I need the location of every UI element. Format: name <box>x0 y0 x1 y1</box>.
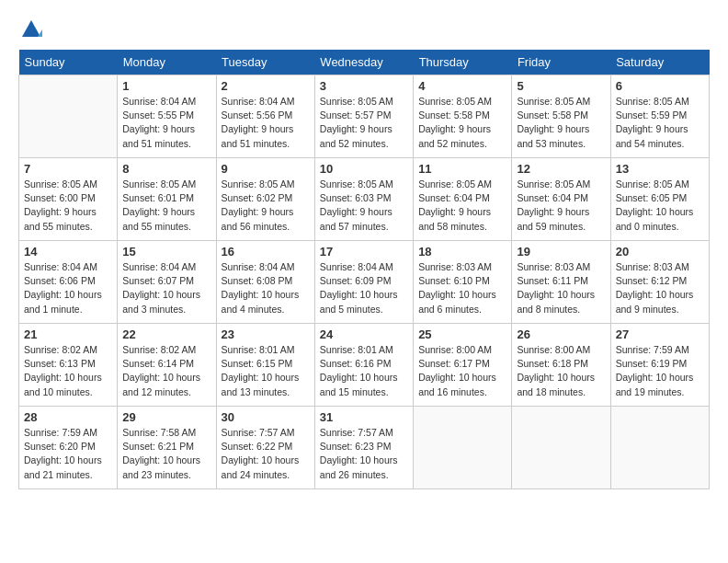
calendar-cell: 9Sunrise: 8:05 AMSunset: 6:02 PMDaylight… <box>216 158 314 241</box>
calendar-cell <box>414 407 512 489</box>
day-number: 9 <box>222 162 310 176</box>
day-info: Sunrise: 8:05 AMSunset: 5:58 PMDaylight:… <box>418 95 506 151</box>
day-number: 24 <box>320 327 408 341</box>
day-info: Sunrise: 8:04 AMSunset: 6:06 PMDaylight:… <box>24 260 112 316</box>
calendar-cell: 8Sunrise: 8:05 AMSunset: 6:01 PMDaylight… <box>118 158 216 241</box>
day-info: Sunrise: 8:05 AMSunset: 6:04 PMDaylight:… <box>418 178 506 234</box>
day-info: Sunrise: 8:01 AMSunset: 6:16 PMDaylight:… <box>320 343 408 399</box>
week-row-5: 28Sunrise: 7:59 AMSunset: 6:20 PMDayligh… <box>19 407 710 489</box>
logo <box>18 18 42 40</box>
day-number: 3 <box>320 79 408 93</box>
calendar-cell: 13Sunrise: 8:05 AMSunset: 6:05 PMDayligh… <box>610 158 709 241</box>
day-info: Sunrise: 8:05 AMSunset: 6:03 PMDaylight:… <box>320 178 408 234</box>
day-info: Sunrise: 7:57 AMSunset: 6:22 PMDaylight:… <box>222 426 310 482</box>
day-info: Sunrise: 8:02 AMSunset: 6:14 PMDaylight:… <box>122 343 210 399</box>
calendar-cell: 7Sunrise: 8:05 AMSunset: 6:00 PMDaylight… <box>19 158 118 241</box>
day-info: Sunrise: 8:05 AMSunset: 6:02 PMDaylight:… <box>222 178 310 234</box>
days-header-row: SundayMondayTuesdayWednesdayThursdayFrid… <box>19 50 710 75</box>
day-info: Sunrise: 7:58 AMSunset: 6:21 PMDaylight:… <box>122 426 210 482</box>
day-number: 29 <box>122 410 210 424</box>
calendar-cell <box>512 407 610 489</box>
day-info: Sunrise: 8:05 AMSunset: 5:59 PMDaylight:… <box>616 95 704 151</box>
day-info: Sunrise: 8:00 AMSunset: 6:18 PMDaylight:… <box>517 343 605 399</box>
day-number: 23 <box>222 327 310 341</box>
calendar-cell: 2Sunrise: 8:04 AMSunset: 5:56 PMDaylight… <box>216 75 314 158</box>
day-info: Sunrise: 8:01 AMSunset: 6:15 PMDaylight:… <box>222 343 310 399</box>
day-info: Sunrise: 8:04 AMSunset: 6:07 PMDaylight:… <box>122 260 210 316</box>
day-info: Sunrise: 7:59 AMSunset: 6:20 PMDaylight:… <box>24 426 112 482</box>
day-info: Sunrise: 8:03 AMSunset: 6:12 PMDaylight:… <box>616 260 704 316</box>
day-header-thursday: Thursday <box>414 50 512 75</box>
day-number: 11 <box>418 162 506 176</box>
calendar-cell: 18Sunrise: 8:03 AMSunset: 6:10 PMDayligh… <box>414 241 512 324</box>
calendar-cell: 31Sunrise: 7:57 AMSunset: 6:23 PMDayligh… <box>314 407 413 489</box>
day-number: 1 <box>122 79 210 93</box>
day-number: 14 <box>24 245 112 259</box>
day-info: Sunrise: 8:05 AMSunset: 6:04 PMDaylight:… <box>517 178 605 234</box>
calendar-cell: 25Sunrise: 8:00 AMSunset: 6:17 PMDayligh… <box>414 324 512 407</box>
calendar-table: SundayMondayTuesdayWednesdayThursdayFrid… <box>18 50 710 489</box>
day-number: 10 <box>320 162 408 176</box>
day-number: 27 <box>616 327 704 341</box>
day-number: 21 <box>24 327 112 341</box>
calendar-cell: 24Sunrise: 8:01 AMSunset: 6:16 PMDayligh… <box>314 324 413 407</box>
day-info: Sunrise: 7:59 AMSunset: 6:19 PMDaylight:… <box>616 343 704 399</box>
week-row-1: 1Sunrise: 8:04 AMSunset: 5:55 PMDaylight… <box>19 75 710 158</box>
day-info: Sunrise: 8:05 AMSunset: 5:57 PMDaylight:… <box>320 95 408 151</box>
day-info: Sunrise: 8:04 AMSunset: 6:09 PMDaylight:… <box>320 260 408 316</box>
day-info: Sunrise: 8:03 AMSunset: 6:10 PMDaylight:… <box>418 260 506 316</box>
calendar-cell: 29Sunrise: 7:58 AMSunset: 6:21 PMDayligh… <box>118 407 216 489</box>
calendar-cell: 6Sunrise: 8:05 AMSunset: 5:59 PMDaylight… <box>610 75 709 158</box>
calendar-cell: 19Sunrise: 8:03 AMSunset: 6:11 PMDayligh… <box>512 241 610 324</box>
calendar-cell: 30Sunrise: 7:57 AMSunset: 6:22 PMDayligh… <box>216 407 314 489</box>
calendar-cell: 21Sunrise: 8:02 AMSunset: 6:13 PMDayligh… <box>19 324 118 407</box>
day-number: 6 <box>616 79 704 93</box>
day-header-wednesday: Wednesday <box>314 50 413 75</box>
day-number: 2 <box>222 79 310 93</box>
day-header-monday: Monday <box>118 50 216 75</box>
day-info: Sunrise: 8:05 AMSunset: 6:05 PMDaylight:… <box>616 178 704 234</box>
calendar-cell: 16Sunrise: 8:04 AMSunset: 6:08 PMDayligh… <box>216 241 314 324</box>
calendar-cell: 12Sunrise: 8:05 AMSunset: 6:04 PMDayligh… <box>512 158 610 241</box>
day-number: 7 <box>24 162 112 176</box>
day-number: 30 <box>222 410 310 424</box>
day-number: 31 <box>320 410 408 424</box>
day-info: Sunrise: 8:04 AMSunset: 6:08 PMDaylight:… <box>222 260 310 316</box>
svg-marker-0 <box>22 20 40 37</box>
day-info: Sunrise: 8:02 AMSunset: 6:13 PMDaylight:… <box>24 343 112 399</box>
calendar-cell: 11Sunrise: 8:05 AMSunset: 6:04 PMDayligh… <box>414 158 512 241</box>
calendar-cell: 22Sunrise: 8:02 AMSunset: 6:14 PMDayligh… <box>118 324 216 407</box>
day-info: Sunrise: 8:05 AMSunset: 6:00 PMDaylight:… <box>24 178 112 234</box>
page-header <box>18 18 710 40</box>
week-row-2: 7Sunrise: 8:05 AMSunset: 6:00 PMDaylight… <box>19 158 710 241</box>
day-info: Sunrise: 8:04 AMSunset: 5:56 PMDaylight:… <box>222 95 310 151</box>
day-number: 25 <box>418 327 506 341</box>
day-number: 16 <box>222 245 310 259</box>
calendar-cell: 26Sunrise: 8:00 AMSunset: 6:18 PMDayligh… <box>512 324 610 407</box>
calendar-cell: 27Sunrise: 7:59 AMSunset: 6:19 PMDayligh… <box>610 324 709 407</box>
day-info: Sunrise: 8:05 AMSunset: 5:58 PMDaylight:… <box>517 95 605 151</box>
calendar-cell: 14Sunrise: 8:04 AMSunset: 6:06 PMDayligh… <box>19 241 118 324</box>
calendar-cell: 20Sunrise: 8:03 AMSunset: 6:12 PMDayligh… <box>610 241 709 324</box>
day-number: 22 <box>122 327 210 341</box>
calendar-cell: 1Sunrise: 8:04 AMSunset: 5:55 PMDaylight… <box>118 75 216 158</box>
day-number: 5 <box>517 79 605 93</box>
day-number: 18 <box>418 245 506 259</box>
day-number: 13 <box>616 162 704 176</box>
day-number: 28 <box>24 410 112 424</box>
day-number: 4 <box>418 79 506 93</box>
logo-icon <box>20 18 42 40</box>
day-number: 20 <box>616 245 704 259</box>
calendar-cell: 17Sunrise: 8:04 AMSunset: 6:09 PMDayligh… <box>314 241 413 324</box>
day-number: 12 <box>517 162 605 176</box>
calendar-cell: 5Sunrise: 8:05 AMSunset: 5:58 PMDaylight… <box>512 75 610 158</box>
day-info: Sunrise: 8:00 AMSunset: 6:17 PMDaylight:… <box>418 343 506 399</box>
day-info: Sunrise: 8:04 AMSunset: 5:55 PMDaylight:… <box>122 95 210 151</box>
day-header-sunday: Sunday <box>19 50 118 75</box>
day-info: Sunrise: 8:03 AMSunset: 6:11 PMDaylight:… <box>517 260 605 316</box>
day-number: 8 <box>122 162 210 176</box>
day-number: 17 <box>320 245 408 259</box>
calendar-cell: 4Sunrise: 8:05 AMSunset: 5:58 PMDaylight… <box>414 75 512 158</box>
day-number: 19 <box>517 245 605 259</box>
day-number: 15 <box>122 245 210 259</box>
